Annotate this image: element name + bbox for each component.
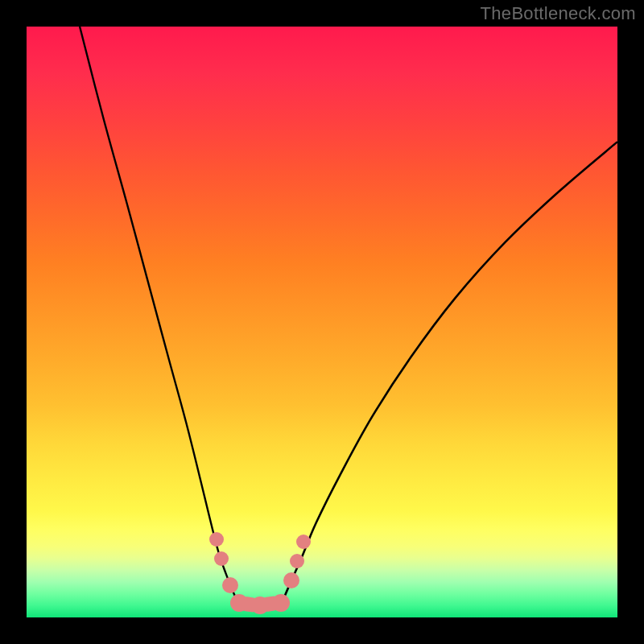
bead-marker: [214, 551, 229, 566]
curves-svg: [27, 27, 617, 617]
left-curve: [80, 27, 239, 605]
bead-marker: [283, 572, 299, 588]
bead-marker: [222, 577, 238, 593]
bead-marker: [296, 535, 311, 549]
chart-stage: TheBottleneck.com: [0, 0, 644, 644]
plot-area: [27, 27, 617, 617]
bead-marker: [230, 594, 248, 612]
bead-marker: [209, 532, 224, 547]
watermark-text: TheBottleneck.com: [481, 3, 636, 24]
right-curve: [281, 142, 617, 605]
bead-marker: [272, 594, 290, 612]
bead-marker: [290, 554, 304, 568]
bead-marker: [251, 597, 269, 614]
